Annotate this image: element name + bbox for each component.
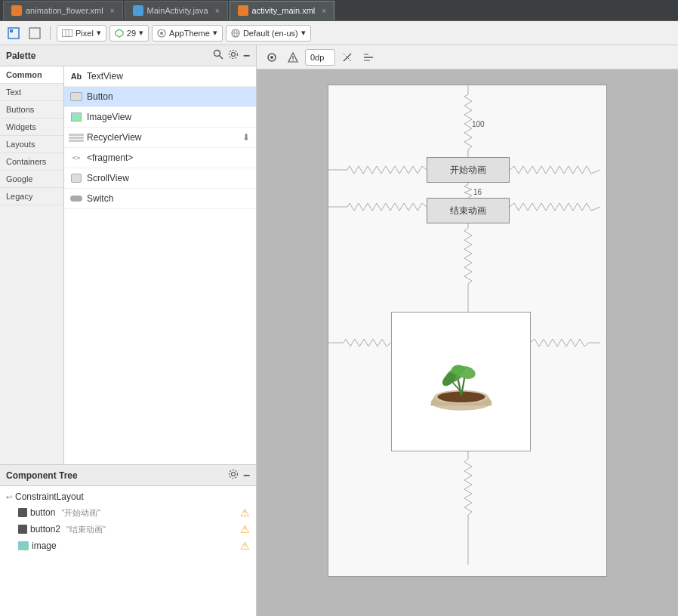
tab-animation-flower-label: animation_flower.xml xyxy=(26,6,103,15)
api-chevron: ▾ xyxy=(139,28,143,38)
align-btn[interactable] xyxy=(359,48,378,66)
tree-item-button1[interactable]: button "开始动画" ⚠ xyxy=(0,504,256,521)
palette-body: Common Text Buttons Widgets Layouts Cont… xyxy=(0,66,256,464)
svg-point-17 xyxy=(270,56,273,59)
tab-animation-flower-close[interactable]: × xyxy=(110,7,115,15)
palette-items: Ab TextView Button xyxy=(64,66,256,464)
tree-item-image[interactable]: image ⚠ xyxy=(0,537,256,554)
category-buttons[interactable]: Buttons xyxy=(0,101,63,119)
separator1 xyxy=(50,26,51,40)
palette-item-recyclerview[interactable]: RecyclerView ⬇ xyxy=(64,128,256,148)
offset-input[interactable]: 0dp xyxy=(305,49,335,66)
left-panel: Palette − Common Text xyxy=(0,45,257,616)
svg-line-11 xyxy=(219,56,223,60)
category-google[interactable]: Google xyxy=(0,171,63,188)
tree-minimize-icon[interactable]: − xyxy=(243,469,250,482)
tree-item-button2[interactable]: button2 "结束动画" ⚠ xyxy=(0,521,256,537)
palette-item-imageview-label: ImageView xyxy=(87,112,131,122)
palette-item-textview[interactable]: Ab TextView xyxy=(64,66,256,87)
palette-minimize-icon[interactable]: − xyxy=(243,49,250,63)
tab-main-activity-close[interactable]: × xyxy=(215,7,220,15)
palette-item-scrollview[interactable]: ScrollView xyxy=(64,168,256,189)
palette-actions: − xyxy=(213,49,250,63)
main-toolbar: Pixel ▾ 29 ▾ AppTheme ▾ Default (en-us) … xyxy=(0,21,678,45)
button1-icon xyxy=(18,508,27,517)
palette-item-button[interactable]: Button xyxy=(64,87,256,107)
palette-categories: Common Text Buttons Widgets Layouts Cont… xyxy=(0,66,64,464)
constraint-icon: ↩ xyxy=(6,493,12,501)
palette-item-switch[interactable]: Switch xyxy=(64,189,256,209)
palette-item-switch-label: Switch xyxy=(87,193,113,204)
image-icon xyxy=(18,541,29,550)
main-container: Pixel ▾ 29 ▾ AppTheme ▾ Default (en-us) … xyxy=(0,21,678,616)
category-layouts[interactable]: Layouts xyxy=(0,136,63,153)
svg-point-15 xyxy=(229,470,237,479)
design-mode-btn[interactable] xyxy=(5,24,23,42)
api-dropdown[interactable]: 29 ▾ xyxy=(109,25,149,42)
api-label: 29 xyxy=(127,29,136,38)
tab-main-activity[interactable]: MainActivity.java × xyxy=(125,1,228,20)
svg-point-12 xyxy=(231,53,235,57)
error-btn[interactable] xyxy=(284,48,302,66)
svg-rect-4 xyxy=(66,29,69,37)
svg-point-19 xyxy=(292,60,294,61)
palette-section: Palette − Common Text xyxy=(0,45,256,465)
imageview-icon xyxy=(70,111,82,123)
tab-activity-main[interactable]: activity_main.xml × xyxy=(230,1,335,20)
tab-main-activity-label: MainActivity.java xyxy=(147,6,208,15)
component-tree-section: Component Tree − ↩ ConstraintLayout xyxy=(0,465,256,616)
palette-item-fragment[interactable]: <> <fragment> xyxy=(64,148,256,168)
button2-icon xyxy=(18,525,27,534)
tree-item-constraint-layout[interactable]: ↩ ConstraintLayout xyxy=(0,489,256,504)
canvas-button2-label: 结束动画 xyxy=(450,205,486,217)
theme-chevron: ▾ xyxy=(213,28,217,38)
category-legacy[interactable]: Legacy xyxy=(0,188,63,205)
component-tree-body: ↩ ConstraintLayout button "开始动画" ⚠ butto… xyxy=(0,486,256,616)
theme-dropdown[interactable]: AppTheme ▾ xyxy=(152,25,223,42)
constraint-lines-image xyxy=(328,223,606,314)
constraint-layout-canvas: 100 开始动画 16 xyxy=(328,85,606,576)
magic-btn[interactable] xyxy=(338,48,356,66)
tree-header-actions: − xyxy=(228,469,250,482)
category-common[interactable]: Common xyxy=(0,66,63,84)
theme-label: AppTheme xyxy=(169,29,210,38)
palette-search-icon[interactable] xyxy=(213,49,223,62)
device-frame: 100 开始动画 16 xyxy=(328,85,607,577)
offset-value: 0dp xyxy=(310,53,324,62)
canvas-button2[interactable]: 结束动画 xyxy=(427,198,510,223)
category-containers[interactable]: Containers xyxy=(0,153,63,171)
textview-icon: Ab xyxy=(70,70,82,82)
category-text[interactable]: Text xyxy=(0,84,63,101)
svg-point-14 xyxy=(231,473,235,476)
palette-item-scrollview-label: ScrollView xyxy=(87,173,129,183)
view-options-btn[interactable] xyxy=(263,48,281,66)
svg-rect-1 xyxy=(10,29,13,32)
recyclerview-icon xyxy=(70,131,82,143)
blueprint-mode-btn[interactable] xyxy=(26,24,44,42)
xml-icon-2 xyxy=(238,5,248,16)
tree-settings-icon[interactable] xyxy=(228,469,239,482)
download-icon: ⬇ xyxy=(242,132,250,143)
button2-warning-icon: ⚠ xyxy=(240,523,250,535)
palette-item-imageview[interactable]: ImageView xyxy=(64,107,256,128)
canvas-viewport[interactable]: 100 开始动画 16 xyxy=(257,69,678,616)
canvas-button1[interactable]: 开始动画 xyxy=(427,157,510,183)
scrollview-icon xyxy=(70,172,82,184)
tab-animation-flower[interactable]: animation_flower.xml × xyxy=(3,1,123,20)
image-warning-icon: ⚠ xyxy=(240,540,250,552)
java-icon xyxy=(133,5,143,16)
device-dropdown[interactable]: Pixel ▾ xyxy=(57,25,106,42)
button1-warning-icon: ⚠ xyxy=(240,507,250,519)
tab-bar: animation_flower.xml × MainActivity.java… xyxy=(0,0,678,21)
category-widgets[interactable]: Widgets xyxy=(0,119,63,136)
palette-settings-icon[interactable] xyxy=(228,49,239,62)
locale-label: Default (en-us) xyxy=(243,29,298,38)
canvas-imageview[interactable] xyxy=(391,312,531,451)
palette-title: Palette xyxy=(6,51,35,61)
svg-text:16: 16 xyxy=(473,188,482,196)
tab-activity-main-close[interactable]: × xyxy=(322,7,326,15)
component-tree-header: Component Tree − xyxy=(0,465,256,486)
svg-point-10 xyxy=(214,51,220,57)
svg-rect-2 xyxy=(29,28,40,38)
locale-dropdown[interactable]: Default (en-us) ▾ xyxy=(226,25,311,42)
